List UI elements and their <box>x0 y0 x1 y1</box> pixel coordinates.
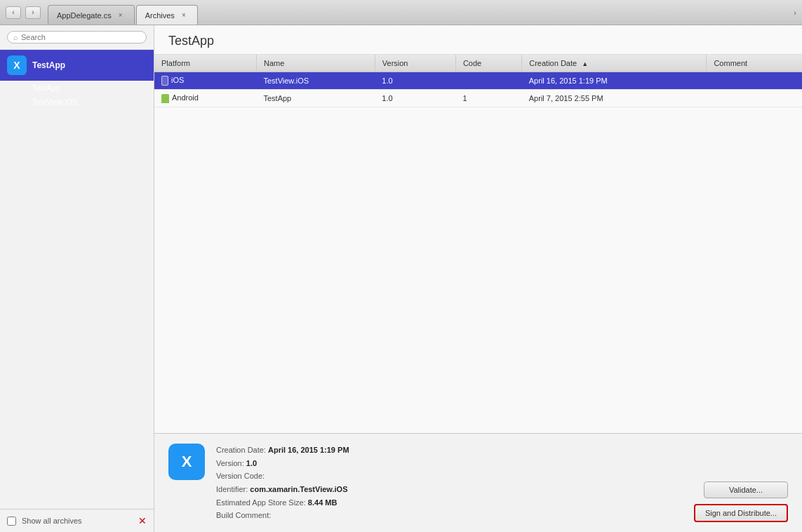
detail-field-key: Version: <box>216 459 246 467</box>
detail-field-value: April 16, 2015 1:19 PM <box>268 446 349 454</box>
detail-field: Build Comment: <box>216 509 683 522</box>
detail-field: Creation Date: April 16, 2015 1:19 PM <box>216 444 683 457</box>
detail-panel: X Creation Date: April 16, 2015 1:19 PMV… <box>154 433 802 532</box>
detail-field-key: Version Code: <box>216 472 265 480</box>
col-comment-label: Comment <box>714 59 747 67</box>
sign-distribute-button[interactable]: Sign and Distribute... <box>694 504 788 522</box>
col-creation-date-label: Creation Date <box>529 59 577 67</box>
detail-field: Version Code: <box>216 470 683 483</box>
detail-field-value: 1.0 <box>246 459 257 467</box>
tab-archives-label: Archives <box>145 11 175 20</box>
detail-field-key: Creation Date: <box>216 446 268 454</box>
col-header-code[interactable]: Code <box>455 55 521 72</box>
sidebar: ⌕ X TestApp TestApp TestView.iOS Show al… <box>0 25 154 532</box>
tab-archives[interactable]: Archives × <box>136 5 198 25</box>
tab-appdelegate-close[interactable]: × <box>116 11 126 20</box>
detail-field-key: Estimated App Store Size: <box>216 498 308 507</box>
tab-archives-close[interactable]: × <box>179 11 189 20</box>
sidebar-subitem-testviewios[interactable]: TestView.iOS <box>0 95 154 109</box>
detail-field-key: Identifier: <box>216 485 250 493</box>
col-header-platform[interactable]: Platform <box>154 55 256 72</box>
detail-icon-letter: X <box>182 453 192 471</box>
nav-forward-button[interactable]: › <box>25 6 41 19</box>
tab-appdelegate[interactable]: AppDelegate.cs × <box>48 5 135 25</box>
show-all-checkbox[interactable] <box>7 517 16 526</box>
table-header-row: Platform Name Version Code Creation Date <box>154 55 802 72</box>
col-platform-label: Platform <box>161 59 190 67</box>
table-row[interactable]: iOSTestView.iOS1.0April 16, 2015 1:19 PM <box>154 72 802 90</box>
archives-table: Platform Name Version Code Creation Date <box>154 55 802 107</box>
sidebar-group-testapp[interactable]: X TestApp <box>0 50 154 81</box>
col-header-comment[interactable]: Comment <box>707 55 802 72</box>
xamarin-icon: X <box>7 55 27 75</box>
tabs-container: AppDelegate.cs × Archives × <box>48 0 198 25</box>
search-input[interactable] <box>21 33 140 41</box>
sidebar-group-label: TestApp <box>32 60 65 70</box>
col-version-label: Version <box>382 59 408 67</box>
col-name-label: Name <box>264 59 284 67</box>
tab-appdelegate-label: AppDelegate.cs <box>57 11 112 20</box>
content-title: TestApp <box>154 25 802 55</box>
tab-overflow-chevron[interactable]: › <box>794 8 796 17</box>
detail-info: Creation Date: April 16, 2015 1:19 PMVer… <box>216 444 683 522</box>
detail-field-value: com.xamarin.TestView.iOS <box>250 485 347 493</box>
show-all-label: Show all archives <box>22 517 82 525</box>
search-bar: ⌕ <box>0 25 154 50</box>
col-code-label: Code <box>463 59 481 67</box>
sidebar-subitem-testapp[interactable]: TestApp <box>0 81 154 95</box>
detail-app-icon: X <box>168 444 205 480</box>
xamarin-icon-letter: X <box>13 60 20 71</box>
sidebar-footer: Show all archives ✕ <box>0 509 154 532</box>
sort-arrow-icon: ▲ <box>582 60 588 67</box>
detail-actions: Validate... Sign and Distribute... <box>694 481 788 522</box>
detail-field-key: Build Comment: <box>216 511 271 519</box>
detail-field: Estimated App Store Size: 8.44 MB <box>216 496 683 510</box>
col-header-version[interactable]: Version <box>375 55 455 72</box>
detail-field: Identifier: com.xamarin.TestView.iOS <box>216 483 683 496</box>
detail-field: Version: 1.0 <box>216 457 683 470</box>
search-input-wrap[interactable]: ⌕ <box>7 31 147 44</box>
col-header-creation-date[interactable]: Creation Date ▲ <box>522 55 707 72</box>
table-wrapper: Platform Name Version Code Creation Date <box>154 55 802 433</box>
content-area: TestApp Platform Name Version <box>154 25 802 532</box>
search-icon: ⌕ <box>13 33 18 41</box>
clear-button[interactable]: ✕ <box>138 515 147 526</box>
title-bar: ‹ › AppDelegate.cs × Archives × › <box>0 0 802 25</box>
detail-field-value: 8.44 MB <box>308 498 337 507</box>
nav-back-button[interactable]: ‹ <box>6 6 21 19</box>
main-layout: ⌕ X TestApp TestApp TestView.iOS Show al… <box>0 25 802 532</box>
validate-button[interactable]: Validate... <box>704 481 788 498</box>
col-header-name[interactable]: Name <box>256 55 375 72</box>
table-row[interactable]: AndroidTestApp1.01April 7, 2015 2:55 PM <box>154 90 802 107</box>
